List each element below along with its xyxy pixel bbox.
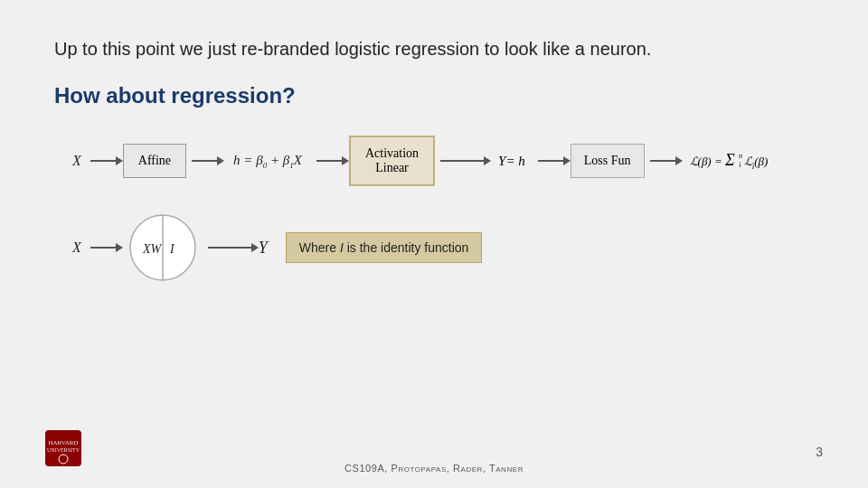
diagram-row1: X Affine h = β0 + β1X Activation Linear — [72, 136, 814, 186]
diagram-row2: X XW I Y Where I is the identity functio… — [72, 211, 814, 284]
arrow3 — [316, 160, 344, 162]
math-formula: h = β0 + β1X — [233, 153, 302, 170]
page-number: 3 — [816, 445, 823, 459]
arrow2 — [192, 160, 219, 162]
circle-svg: XW I — [127, 211, 199, 284]
arrow-line-5 — [538, 160, 565, 162]
svg-text:UNIVERSITY: UNIVERSITY — [47, 447, 80, 453]
intro-text: Up to this point we just re-branded logi… — [54, 36, 814, 61]
y-equals: Y= h — [498, 154, 525, 169]
harvard-logo: HARVARD UNIVERSITY — [45, 430, 81, 466]
arrow-line-7 — [90, 247, 118, 249]
activation-box: Activation Linear — [349, 136, 435, 186]
section-title: How about regression? — [54, 83, 814, 108]
arrow1 — [90, 160, 118, 162]
row1-x-label: X — [72, 153, 81, 169]
footer-text: CS109A, Protopapas, Rader, Tanner — [344, 463, 524, 474]
sum-formula: ℒ(β) = Σ n i ℒi(β) — [690, 151, 769, 171]
loss-fun-box: Loss Fun — [571, 144, 645, 178]
slide: Up to this point we just re-branded logi… — [0, 0, 868, 488]
arrow4 — [440, 160, 486, 162]
arrow-line-6 — [650, 160, 677, 162]
affine-box: Affine — [123, 144, 186, 178]
where-identity-label: Where I is the identity function — [286, 232, 483, 263]
arrow5 — [538, 160, 565, 162]
arrow8 — [208, 247, 253, 249]
svg-text:XW: XW — [142, 242, 163, 256]
arrow7 — [90, 247, 118, 249]
activation-circle: XW I — [127, 211, 199, 284]
arrow-line-8 — [208, 247, 253, 249]
footer: HARVARD UNIVERSITY CS109A, Protopapas, R… — [0, 463, 868, 474]
row2-y-label: Y — [259, 239, 268, 258]
arrow-line-2 — [192, 160, 219, 162]
row2-x-label: X — [72, 239, 81, 256]
arrow-line-3 — [316, 160, 344, 162]
arrow-line-4 — [440, 160, 486, 162]
arrow6 — [650, 160, 677, 162]
arrow-line-1 — [90, 160, 118, 162]
svg-text:HARVARD: HARVARD — [48, 439, 78, 446]
